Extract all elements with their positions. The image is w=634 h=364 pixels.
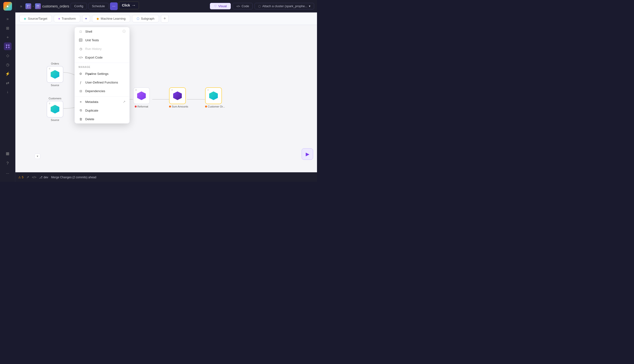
customer-or-status-icon	[205, 106, 207, 108]
expand-icon[interactable]: »	[4, 15, 12, 23]
click-tooltip-topbar: Click →	[119, 2, 139, 9]
manage-section-label: MANAGE	[75, 64, 129, 69]
source-target-icon: ◈	[24, 17, 26, 20]
run-history-menu-item: ◷ Run History	[75, 44, 129, 53]
history-icon[interactable]: ◷	[4, 61, 12, 68]
bottombar: ⚠ 5 ↗ </> ⎇ dev Merge Changes (2 commits…	[15, 172, 317, 182]
tabbar: ◈ Source/Target ♦ Transform ▾ ◆ Machine …	[15, 12, 317, 25]
nav-expand-icon[interactable]: »	[18, 3, 24, 9]
click-arrow-menu-icon: →	[88, 72, 92, 77]
visual-button[interactable]: ♡ Visual	[210, 3, 231, 9]
code-button[interactable]: </> Code	[233, 3, 253, 9]
more-tabs-button[interactable]: ▾	[82, 15, 90, 22]
subgraph-tab[interactable]: ⬡ Subgraph	[132, 15, 159, 22]
dropdown-divider-2	[75, 96, 129, 96]
source-target-tab[interactable]: ◈ Source/Target	[19, 15, 52, 22]
dependencies-menu-item[interactable]: ⊟ Dependencies	[75, 86, 129, 95]
sum-amounts-node[interactable]: 0 Sum Amounts	[169, 87, 188, 108]
customers-hex-icon	[51, 105, 59, 114]
pipeline-settings-icon: ⚙	[79, 72, 83, 76]
metadata-arrow-icon: ↗	[123, 100, 126, 104]
delete-menu-item[interactable]: 🗑 Delete	[75, 115, 129, 123]
breadcrumb-sep: ›	[33, 4, 34, 8]
dependencies-icon: ⊟	[79, 89, 83, 93]
ml-tab-icon: ◆	[97, 17, 99, 20]
sum-amounts-hex-icon	[173, 92, 182, 100]
reformat-status-icon	[135, 106, 137, 108]
pipeline-icon[interactable]	[4, 42, 12, 50]
more-button[interactable]: ···	[110, 2, 118, 10]
transform-tab-icon: ♦	[58, 17, 60, 20]
sum-amounts-status-icon	[169, 106, 171, 108]
svg-rect-20	[79, 39, 82, 42]
run-button[interactable]: ▶	[302, 148, 313, 160]
shell-icon: □	[79, 29, 83, 34]
unit-tests-menu-item[interactable]: Unit Tests	[75, 36, 129, 44]
breadcrumb: » › customers_orders Co	[18, 2, 208, 10]
code-bracket-icon: </>	[236, 5, 240, 8]
dropdown-menu: □ Shell ⓘ Unit Tests ◷ Run History </> E…	[75, 27, 130, 124]
machine-learning-tab[interactable]: ◆ Machine Learning	[92, 15, 130, 22]
orders-node[interactable]: Orders 0 Source	[47, 62, 63, 86]
topbar: » › customers_orders Co	[15, 0, 317, 12]
svg-point-21	[80, 39, 81, 41]
customers-node[interactable]: Customers 0 Source	[47, 97, 63, 122]
sidebar: ● » ⊞ ＋ ◇ ◷ ⚡ ⇄ ↓ ▦ ? ···	[0, 0, 15, 182]
orders-hex-icon	[51, 70, 59, 79]
unit-tests-icon	[79, 38, 83, 42]
click-arrow-icon: →	[131, 3, 136, 8]
shell-info-icon[interactable]: ⓘ	[123, 29, 126, 34]
more-bottom-icon[interactable]: ···	[4, 170, 12, 177]
dropdown-chevron-icon: ▾	[309, 4, 310, 8]
nav-pipeline-icon	[26, 3, 31, 9]
reformat-node[interactable]: 0 Reformat	[133, 87, 150, 108]
metadata-menu-item[interactable]: ≡ Metadata ↗	[75, 98, 129, 106]
delete-icon: 🗑	[79, 117, 83, 121]
more-btn-container: ··· Click →	[110, 2, 118, 10]
customer-or-hex-icon	[209, 92, 218, 100]
user-defined-functions-menu-item[interactable]: ƒ User-Defined Functions	[75, 78, 129, 86]
warning-badge[interactable]: ⚠ 5	[18, 176, 24, 179]
grid-icon[interactable]: ⊞	[4, 24, 12, 32]
trend-icon[interactable]: ↗	[27, 176, 29, 179]
pipeline-nav-icon	[35, 3, 41, 9]
config-button[interactable]: Config	[71, 3, 87, 9]
export-code-menu-item[interactable]: </> Export Code	[75, 53, 129, 62]
topbar-right: ♡ Visual </> Code ◌ Attach a cluster (sp…	[210, 3, 314, 9]
transform-tab[interactable]: ♦ Transform	[54, 15, 80, 22]
mini-control-button[interactable]: ▾	[35, 154, 40, 159]
attach-cluster-button[interactable]: ◌ Attach a cluster (spark_prophe... ▾	[254, 3, 314, 9]
schedule-button[interactable]: Schedule	[88, 3, 109, 9]
merge-text: Merge Changes (2 commits) ahead	[51, 176, 96, 179]
duplicate-icon: ⧉	[79, 108, 83, 112]
visual-icon: ♡	[214, 4, 217, 8]
tag-icon[interactable]: ◇	[4, 52, 12, 59]
transform-icon[interactable]: ⇄	[4, 79, 12, 86]
pipeline-settings-menu-item[interactable]: ⚙ Pipeline Settings	[75, 69, 129, 78]
canvas: Orders 0 Source Customers 0 Source 0 Joi…	[15, 25, 317, 172]
duplicate-menu-item[interactable]: ⧉ Duplicate	[75, 106, 129, 115]
pipeline-settings-container: Click → ⚙ Pipeline Settings	[75, 69, 129, 78]
table-icon[interactable]: ▦	[4, 150, 12, 157]
warning-icon: ⚠	[18, 176, 21, 179]
add-icon[interactable]: ＋	[4, 33, 12, 41]
activity-icon[interactable]: ⚡	[4, 70, 12, 78]
app-logo[interactable]: ●	[3, 2, 12, 10]
code-bottom-icon[interactable]: </>	[32, 176, 37, 179]
run-play-icon: ▶	[306, 151, 309, 157]
metadata-icon: ≡	[79, 100, 83, 104]
branch-badge[interactable]: ⎇ dev	[39, 176, 48, 179]
svg-point-10	[29, 7, 30, 8]
download-icon[interactable]: ↓	[4, 88, 12, 96]
shell-menu-item[interactable]: □ Shell ⓘ	[75, 27, 129, 36]
add-tab-button[interactable]: +	[161, 15, 169, 22]
customer-or-node[interactable]: 0 Customer Or...	[205, 87, 225, 108]
udf-icon: ƒ	[79, 80, 83, 84]
reformat-hex-icon	[137, 92, 146, 100]
help-icon[interactable]: ?	[4, 160, 12, 167]
branch-icon: ⎇	[39, 176, 43, 179]
export-code-icon: </>	[79, 55, 83, 60]
cluster-icon: ◌	[258, 4, 261, 8]
pipeline-title: customers_orders	[42, 4, 69, 8]
run-history-icon: ◷	[79, 46, 83, 51]
